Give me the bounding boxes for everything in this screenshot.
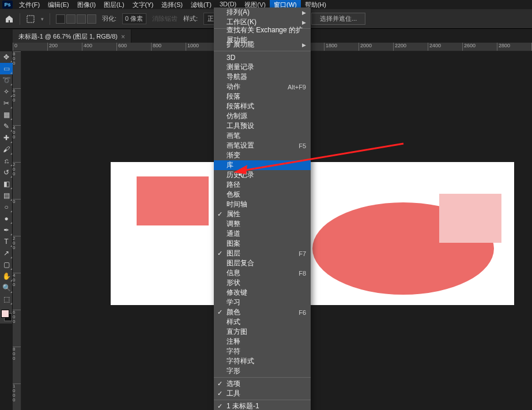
menu-item[interactable]: 动作Alt+F9 <box>214 82 311 92</box>
menu-item[interactable]: 排列(A)▶ <box>214 7 311 17</box>
menu-item[interactable]: 形状 <box>214 278 311 288</box>
menu-item[interactable]: 图层复合 <box>214 258 311 268</box>
menu-item[interactable]: 信息F8 <box>214 268 311 278</box>
selection-intersect[interactable] <box>87 14 96 24</box>
menu-item-label: 修改键 <box>227 288 247 298</box>
menu-item[interactable]: 画笔 <box>214 131 311 141</box>
close-icon[interactable]: × <box>121 33 125 41</box>
menu-item-label: 段落 <box>227 92 240 101</box>
menu-item-label: 调整 <box>227 219 240 229</box>
menu-item[interactable]: ✓1 未标题-1 <box>214 401 311 410</box>
tool-pen[interactable]: ✒ <box>0 224 13 236</box>
selection-subtract[interactable] <box>77 14 86 24</box>
tool-marquee[interactable]: ▭ <box>0 63 13 74</box>
tool-move[interactable]: ✥ <box>0 51 13 63</box>
select-and-mask-button[interactable]: 选择并遮住... <box>311 13 365 25</box>
menu-item[interactable]: ✓图层F7 <box>214 249 311 258</box>
menu-item[interactable]: ✓工具 <box>214 389 311 398</box>
menu-item[interactable]: 注释 <box>214 337 311 347</box>
menu-item[interactable]: 样式 <box>214 317 311 327</box>
home-icon[interactable] <box>5 14 14 24</box>
menu-item[interactable]: 历史记录 <box>214 170 311 180</box>
tool-history[interactable]: ↺ <box>0 167 13 178</box>
menu-item[interactable]: 测量记录 <box>214 62 311 72</box>
ruler-tick: 1000 <box>13 383 21 403</box>
shape-rectangle-red[interactable] <box>137 176 209 225</box>
menu-item[interactable]: ✓属性 <box>214 209 311 219</box>
menu-item[interactable]: 渐变 <box>214 151 311 160</box>
color-swatches[interactable] <box>0 309 13 324</box>
menu-item[interactable]: 库 <box>214 160 311 170</box>
tool-eyedropper[interactable]: ✎ <box>0 121 13 132</box>
submenu-arrow-icon: ▶ <box>302 10 306 16</box>
menu-item[interactable]: ✓选项 <box>214 379 311 389</box>
menu-item-label: 画笔 <box>227 131 240 141</box>
check-icon: ✓ <box>217 380 222 388</box>
check-icon: ✓ <box>217 309 222 316</box>
tool-gradient[interactable]: ▤ <box>0 190 13 201</box>
tool-heal[interactable]: ✚ <box>0 132 13 144</box>
document-tab[interactable]: 未标题-1 @ 66.7% (图层 1, RGB/8) × <box>13 29 131 44</box>
feather-input[interactable]: 0 像素 <box>122 13 146 24</box>
menu-item[interactable]: 3D <box>214 52 311 62</box>
menu-item[interactable]: 扩展功能▶ <box>214 40 311 50</box>
tool-type[interactable]: T <box>0 236 13 247</box>
tool-path[interactable]: ↗ <box>0 247 13 259</box>
menu-item[interactable]: 学习 <box>214 298 311 307</box>
menu-edit[interactable]: 编辑(E) <box>44 0 73 9</box>
selection-new[interactable] <box>56 14 65 24</box>
tool-hand[interactable]: ✋ <box>0 270 13 282</box>
selection-add[interactable] <box>66 14 76 24</box>
tool-rect[interactable]: ▢ <box>0 259 13 270</box>
menu-item[interactable]: 修改键 <box>214 288 311 298</box>
ruler-tick: 1800 <box>324 43 337 51</box>
menu-item[interactable]: 时间轴 <box>214 200 311 209</box>
menu-item[interactable]: 图案 <box>214 239 311 249</box>
tool-dodge[interactable]: ● <box>0 213 13 224</box>
menu-item[interactable]: 字形 <box>214 366 311 376</box>
menu-item[interactable]: 画笔设置F5 <box>214 141 311 151</box>
tool-crop[interactable]: ✂ <box>0 97 13 109</box>
menu-item-label: 样式 <box>227 317 240 327</box>
menu-item[interactable]: 段落样式 <box>214 101 311 111</box>
shape-rectangle-pink[interactable] <box>439 194 501 243</box>
menu-file[interactable]: 文件(F) <box>15 0 44 9</box>
menu-item[interactable]: 仿制源 <box>214 111 311 121</box>
menu-item[interactable]: ✓颜色F6 <box>214 307 311 317</box>
menu-item[interactable]: 色板 <box>214 190 311 200</box>
menu-item[interactable]: 查找有关 Exchange 的扩展功能... <box>214 30 311 40</box>
tool-brush[interactable]: 🖌 <box>0 144 13 155</box>
artboard[interactable] <box>111 162 514 305</box>
menu-type[interactable]: 文字(Y) <box>129 0 158 9</box>
ruler-tick: 0 <box>13 199 21 204</box>
tool-lasso[interactable]: ➰ <box>0 74 13 86</box>
menu-item[interactable]: 调整 <box>214 219 311 229</box>
menu-item[interactable]: 字符样式 <box>214 356 311 366</box>
menu-filter[interactable]: 滤镜(T) <box>187 0 216 9</box>
tool-edit3d[interactable]: ⬚ <box>0 294 13 305</box>
menu-item[interactable]: 路径 <box>214 180 311 190</box>
tool-frame[interactable]: ▦ <box>0 109 13 121</box>
menu-item-label: 路径 <box>227 180 240 190</box>
menu-item[interactable]: 通道 <box>214 229 311 239</box>
fg-color-swatch[interactable] <box>1 310 9 318</box>
tool-eraser[interactable]: ◧ <box>0 178 13 190</box>
ruler-tick: 800 <box>151 43 161 51</box>
svg-rect-0 <box>27 16 34 22</box>
menu-item[interactable]: 字符 <box>214 347 311 356</box>
tool-blur[interactable]: ○ <box>0 201 13 213</box>
menu-select[interactable]: 选择(S) <box>157 0 187 9</box>
ruler-tick: 1000 <box>186 43 199 51</box>
chevron-down-icon[interactable]: ▾ <box>41 16 44 22</box>
menu-item[interactable]: 段落 <box>214 92 311 101</box>
menu-image[interactable]: 图像(I) <box>73 0 100 9</box>
menu-item[interactable]: 导航器 <box>214 72 311 82</box>
tool-zoom[interactable]: 🔍 <box>0 282 13 294</box>
menu-layer[interactable]: 图层(L) <box>100 0 128 9</box>
menu-item[interactable]: 直方图 <box>214 327 311 337</box>
ruler-tick: 200 <box>13 162 21 176</box>
tool-wand[interactable]: ✧ <box>0 86 13 97</box>
menu-item[interactable]: 工具预设 <box>214 121 311 131</box>
menu-item-label: 库 <box>227 160 233 170</box>
tool-stamp[interactable]: ⎌ <box>0 155 13 167</box>
